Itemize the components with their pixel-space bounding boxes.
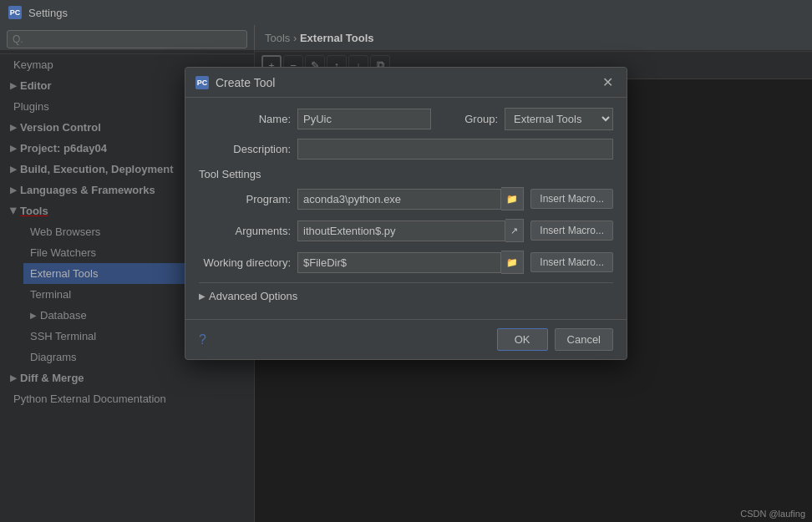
working-dir-input-group: 📁 [297,251,524,274]
name-group-row: Name: Group: External Tools [199,108,613,130]
name-label: Name: [199,113,291,125]
title-bar: PC Settings [0,0,812,25]
working-dir-row: Working directory: 📁 Insert Macro... [199,251,613,274]
advanced-options-label: Advanced Options [209,290,297,302]
modal-title: Create Tool [216,76,592,89]
group-select[interactable]: External Tools [505,108,613,130]
arguments-label: Arguments: [199,225,291,237]
advanced-options[interactable]: ▶ Advanced Options [199,282,613,309]
search-input[interactable] [7,30,247,48]
cancel-button[interactable]: Cancel [555,328,613,351]
create-tool-modal: PC Create Tool ✕ Name: Group: External T… [185,67,627,360]
modal-body: Name: Group: External Tools Description: [185,98,627,319]
arrow-right-icon: ▶ [199,291,206,301]
title-bar-title: Settings [28,7,68,19]
program-file-button[interactable]: 📁 [501,187,524,210]
modal-app-icon: PC [195,76,209,89]
working-dir-label: Working directory: [199,256,291,269]
program-row: Program: 📁 Insert Macro... [199,187,613,210]
modal-overlay: PC Create Tool ✕ Name: Group: External T… [0,50,812,522]
description-label: Description: [199,143,291,155]
arguments-insert-macro-button[interactable]: Insert Macro... [530,220,613,241]
name-input[interactable] [297,109,431,129]
description-input[interactable] [297,139,613,160]
working-dir-insert-macro-button[interactable]: Insert Macro... [530,252,613,272]
breadcrumb: Tools › External Tools [255,25,812,52]
modal-title-bar: PC Create Tool ✕ [185,68,627,98]
tool-settings-section: Tool Settings [199,168,613,180]
app-icon: PC [8,6,22,19]
arguments-input[interactable] [297,220,505,241]
arguments-file-button[interactable]: ↗ [505,219,524,242]
group-select-container: Group: External Tools [464,108,613,130]
arguments-row: Arguments: ↗ Insert Macro... [199,219,613,242]
modal-close-button[interactable]: ✕ [599,74,617,90]
ok-button[interactable]: OK [497,328,548,351]
main-container: Keymap ▶ Editor Plugins ▶ Version Contro… [0,25,812,522]
modal-footer: ? OK Cancel [185,319,627,359]
program-insert-macro-button[interactable]: Insert Macro... [530,189,613,209]
help-button[interactable]: ? [199,332,206,347]
working-dir-input[interactable] [297,252,501,273]
group-label: Group: [464,113,498,125]
program-input[interactable] [297,189,501,210]
breadcrumb-part-1: Tools [265,32,290,44]
description-row: Description: [199,139,613,160]
arguments-input-group: ↗ [297,219,524,242]
program-label: Program: [199,193,291,205]
watermark: CSDN @laufing [740,509,805,519]
working-dir-file-button[interactable]: 📁 [501,251,524,274]
breadcrumb-separator: › [293,32,300,44]
breadcrumb-part-2: External Tools [300,32,374,44]
program-input-group: 📁 [297,187,524,210]
